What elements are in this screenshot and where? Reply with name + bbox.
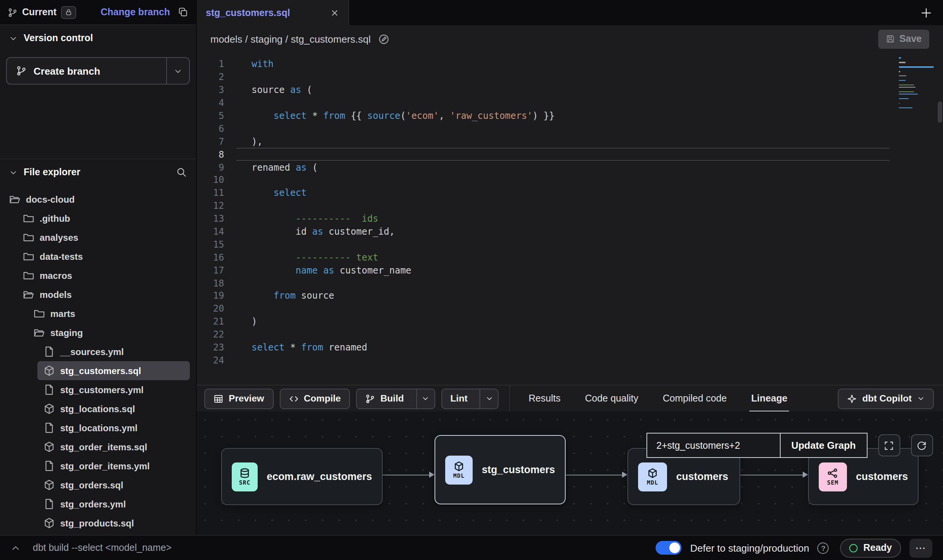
fullscreen-button[interactable] — [878, 434, 900, 456]
git-branch-icon — [16, 66, 27, 76]
close-icon[interactable] — [330, 8, 339, 17]
help-icon[interactable]: ? — [818, 542, 829, 554]
dbt-copilot-button[interactable]: dbt Copilot — [838, 388, 934, 409]
compile-button[interactable]: Compile — [279, 388, 350, 409]
change-branch-link[interactable]: Change branch — [101, 7, 170, 18]
expand-panel-button[interactable] — [11, 543, 21, 553]
git-branch-icon — [8, 7, 18, 17]
code-line-3[interactable]: 3source as ( — [197, 84, 943, 97]
file-tree-item-stg-locations-yml[interactable]: stg_locations.yml — [37, 418, 190, 437]
status-ready-badge[interactable]: Ready — [840, 538, 901, 557]
file-tree-item-stg-order-items-sql[interactable]: stg_order_items.sql — [37, 437, 190, 456]
file-tree-item-stg-customers-yml[interactable]: stg_customers.yml — [37, 380, 190, 399]
more-menu-button[interactable]: ⋯ — [909, 538, 932, 557]
editor-scrollbar[interactable] — [938, 101, 942, 123]
code-line-17[interactable]: 17 name as customer_name — [197, 264, 943, 277]
file-name: marts — [50, 308, 75, 319]
lint-dropdown[interactable] — [480, 389, 498, 408]
file-tree-item-marts[interactable]: marts — [27, 304, 190, 323]
file-tree-item-models[interactable]: models — [17, 285, 190, 304]
code-line-18[interactable]: 18 — [197, 277, 943, 290]
file-tree-item-stg-customers-sql[interactable]: stg_customers.sql — [37, 361, 190, 380]
code-line-5[interactable]: 5 select * from {{ source('ecom', 'raw_c… — [197, 109, 943, 122]
lint-button[interactable]: Lint — [441, 388, 499, 409]
line-number: 20 — [197, 304, 236, 314]
compile-label: Compile — [304, 393, 341, 404]
tab-stg-customers-sql[interactable]: stg_customers.sql — [197, 0, 349, 25]
file-tree-item-stg-orders-yml[interactable]: stg_orders.yml — [37, 494, 190, 514]
line-number: 4 — [197, 98, 236, 108]
line-number: 23 — [197, 342, 236, 353]
new-tab-button[interactable] — [920, 6, 932, 19]
chevron-down-icon — [917, 395, 925, 402]
branch-bar: Current Change branch — [0, 0, 196, 25]
panel-tab-compiled-code[interactable]: Compiled code — [651, 385, 739, 412]
lineage-node-src-ecom-raw-customers[interactable]: SRCecom.raw_customers — [221, 448, 383, 505]
command-input[interactable]: dbt build --select <model_name> — [33, 542, 172, 553]
preview-label: Preview — [229, 393, 264, 404]
file-tree-item-macros[interactable]: macros — [17, 266, 190, 285]
line-content: with — [236, 58, 890, 71]
lineage-canvas[interactable]: SRCecom.raw_customersMDLstg_customersMDL… — [197, 411, 943, 535]
edit-circle-icon[interactable] — [378, 33, 390, 45]
line-content: ---------- ids — [236, 212, 890, 225]
create-branch-button[interactable]: Create branch — [6, 57, 190, 85]
file-tree-item-analyses[interactable]: analyses — [17, 228, 190, 247]
code-line-13[interactable]: 13 ---------- ids — [197, 212, 943, 225]
code-line-12[interactable]: 12 — [197, 200, 943, 213]
code-line-19[interactable]: 19 from source — [197, 290, 943, 302]
code-line-9[interactable]: 9renamed as ( — [197, 161, 943, 174]
file-tree-item-staging[interactable]: staging — [27, 323, 190, 342]
code-line-11[interactable]: 11 select — [197, 187, 943, 200]
line-content: select — [236, 187, 890, 200]
file-tree-item-github[interactable]: .github — [17, 209, 190, 228]
lineage-selector-group: Update Graph — [646, 433, 867, 458]
code-line-10[interactable]: 10 — [197, 174, 943, 187]
status-bar: dbt build --select <model_name> Defer to… — [0, 535, 943, 560]
refresh-button[interactable] — [911, 434, 933, 456]
folder-icon — [23, 213, 34, 224]
code-line-15[interactable]: 15 — [197, 238, 943, 251]
update-graph-button[interactable]: Update Graph — [780, 434, 866, 457]
panel-tab-code-quality[interactable]: Code quality — [573, 385, 651, 412]
code-line-6[interactable]: 6 — [197, 122, 943, 135]
version-control-header[interactable]: Version control — [0, 25, 196, 48]
code-line-14[interactable]: 14 id as customer_id, — [197, 225, 943, 238]
code-line-21[interactable]: 21) — [197, 315, 943, 328]
create-branch-dropdown[interactable] — [166, 58, 189, 84]
lineage-selector-input[interactable] — [647, 434, 780, 457]
code-editor[interactable]: 1with23source as (45 select * from {{ so… — [197, 53, 943, 385]
file-tree-item-stg-order-items-yml[interactable]: stg_order_items.yml — [37, 456, 190, 475]
code-line-24[interactable]: 24 — [197, 354, 943, 367]
search-icon[interactable] — [176, 167, 187, 178]
lineage-node-mdl-stg-customers[interactable]: MDLstg_customers — [435, 435, 566, 504]
file-tree-item-sources-yml[interactable]: __sources.yml — [37, 342, 190, 361]
code-line-23[interactable]: 23select * from renamed — [197, 341, 943, 354]
panel-tab-results[interactable]: Results — [516, 385, 573, 412]
node-label: stg_customers — [482, 464, 555, 475]
line-number: 18 — [197, 278, 236, 288]
preview-button[interactable]: Preview — [204, 388, 273, 409]
code-line-16[interactable]: 16 ---------- text — [197, 251, 943, 264]
code-line-7[interactable]: 7), — [197, 135, 943, 148]
copy-icon[interactable] — [178, 7, 188, 18]
file-tree-item-docs-cloud[interactable]: docs-cloud — [3, 190, 190, 209]
minimap[interactable] — [899, 57, 935, 112]
build-dropdown[interactable] — [416, 389, 435, 408]
file-explorer-header[interactable]: File explorer — [0, 159, 196, 185]
file-tree-item-stg-locations-sql[interactable]: stg_locations.sql — [37, 399, 190, 418]
file-tree-item-stg-orders-sql[interactable]: stg_orders.sql — [37, 475, 190, 494]
save-button[interactable]: Save — [878, 29, 929, 48]
panel-tab-lineage[interactable]: Lineage — [739, 385, 800, 412]
code-line-8[interactable]: 8 — [197, 148, 943, 161]
code-line-2[interactable]: 2 — [197, 71, 943, 84]
file-tree-item-data-tests[interactable]: data-tests — [17, 247, 190, 266]
code-line-4[interactable]: 4 — [197, 96, 943, 109]
code-line-22[interactable]: 22 — [197, 328, 943, 341]
defer-toggle[interactable] — [656, 541, 682, 555]
build-button[interactable]: Build — [356, 388, 435, 409]
code-line-1[interactable]: 1with — [197, 58, 943, 71]
current-branch[interactable]: Current — [8, 6, 76, 19]
file-tree-item-stg-products-sql[interactable]: stg_products.sql — [37, 514, 190, 533]
code-line-20[interactable]: 20 — [197, 302, 943, 315]
